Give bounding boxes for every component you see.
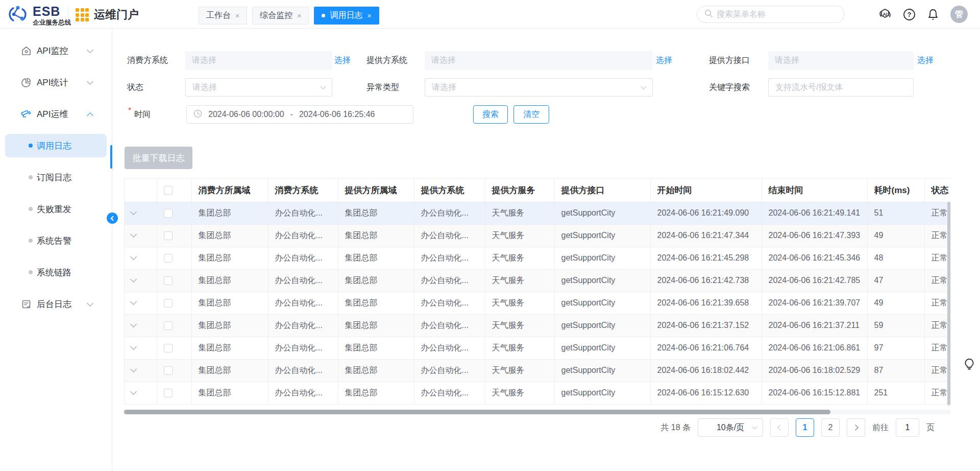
page-button-2[interactable]: 2 [821,418,840,437]
cell-provider-api: getSupportCity [554,292,650,314]
cell-consumer-domain: 集团总部 [191,292,268,314]
menu-search-box[interactable] [697,6,845,23]
table-header-row: 消费方所属域消费方系统提供方所属域提供方系统提供方服务提供方接口开始时间结束时间… [125,179,951,202]
notification-bell-icon[interactable] [926,8,940,21]
row-checkbox[interactable] [164,299,173,308]
prev-page-button[interactable] [770,418,789,437]
portal-grid-icon [76,8,89,21]
tab-close-icon[interactable]: × [297,12,301,20]
cell-consumer-domain: 集团总部 [191,202,268,224]
cell-provider-domain: 集团总部 [338,247,414,269]
cell-consumer-system: 办公自动化... [268,224,338,247]
row-expand-icon[interactable] [130,208,137,215]
tab-call-logs[interactable]: 调用日志 × [314,7,379,25]
provider-api-select-link[interactable]: 选择 [917,55,934,66]
page-size-select[interactable]: 10条/页 [698,418,763,437]
row-expand-icon[interactable] [130,321,137,327]
table-row[interactable]: 集团总部办公自动化...集团总部办公自动化...天气服务getSupportCi… [125,202,951,224]
tab-monitoring[interactable]: 综合监控 × [252,7,309,25]
search-button[interactable]: 搜索 [473,105,508,124]
time-range-picker[interactable]: 2024-06-06 00:00:00 - 2024-06-06 16:25:4… [186,105,413,124]
table-row[interactable]: 集团总部办公自动化...集团总部办公自动化...天气服务getSupportCi… [125,359,951,382]
cell-consumer-domain: 集团总部 [191,314,268,337]
select-all-checkbox[interactable] [164,186,173,195]
sidebar-item-api-monitor[interactable]: API监控 [5,39,107,62]
total-count: 共 18 条 [660,422,691,433]
sidebar-item-api-ops[interactable]: API运维 [5,102,107,126]
row-expand-icon[interactable] [130,343,137,350]
chevron-down-icon [87,46,93,53]
user-avatar[interactable]: 管 [950,6,968,23]
cell-provider-system: 办公自动化... [414,247,485,269]
row-checkbox[interactable] [164,276,173,285]
cell-consumer-domain: 集团总部 [191,247,268,269]
cell-cost-ms: 251 [867,382,924,404]
table-row[interactable]: 集团总部办公自动化...集团总部办公自动化...天气服务getSupportCi… [125,314,951,337]
batch-download-button[interactable]: 批量下载日志 [125,147,192,169]
help-icon[interactable]: ? [902,8,916,21]
sidebar-subitem-system-alerts[interactable]: 系统告警 [5,229,107,252]
menu-search-input[interactable] [717,10,837,19]
tab-close-icon[interactable]: × [235,12,239,20]
cell-provider-domain: 集团总部 [338,382,414,404]
tab-workbench[interactable]: 工作台 × [199,7,247,25]
row-checkbox[interactable] [164,389,173,397]
provider-system-select-link[interactable]: 选择 [656,55,672,66]
horizontal-scroll-thumb[interactable] [124,410,830,414]
row-expand-icon[interactable] [130,388,137,395]
table-row[interactable]: 集团总部办公自动化...集团总部办公自动化...天气服务getSupportCi… [125,224,951,247]
next-page-button[interactable] [847,418,865,437]
search-icon [704,9,713,20]
field-placeholder: 请选择 [432,82,456,93]
row-expand-icon[interactable] [130,366,137,372]
table-body: 集团总部办公自动化...集团总部办公自动化...天气服务getSupportCi… [125,202,951,404]
row-checkbox[interactable] [164,366,173,375]
table-row[interactable]: 集团总部办公自动化...集团总部办公自动化...天气服务getSupportCi… [125,382,951,404]
table-row[interactable]: 集团总部办公自动化...集团总部办公自动化...天气服务getSupportCi… [125,247,951,269]
table-row[interactable]: 集团总部办公自动化...集团总部办公自动化...天气服务getSupportCi… [125,337,951,359]
tab-close-icon[interactable]: × [367,12,371,20]
keyword-input[interactable]: 支持流水号/报文体 [768,78,914,97]
consumer-system-field[interactable]: 请选择 [185,51,332,70]
brand-name: ESB [33,5,71,18]
clear-button[interactable]: 清空 [513,105,549,124]
sidebar-subitem-fail-resend[interactable]: 失败重发 [5,197,107,221]
row-checkbox[interactable] [164,231,173,240]
cell-consumer-domain: 集团总部 [191,269,268,292]
row-expand-icon[interactable] [130,276,137,282]
cell-provider-api: getSupportCity [554,224,650,247]
sidebar-item-api-stats[interactable]: API统计 [5,70,107,94]
sidebar-subitem-subscribe-logs[interactable]: 订阅日志 [5,166,107,189]
cell-provider-domain: 集团总部 [338,359,414,382]
exception-type-select[interactable]: 请选择 [425,78,653,97]
field-placeholder: 请选择 [775,55,799,66]
lightbulb-icon[interactable] [963,358,976,374]
row-expand-icon[interactable] [130,253,137,260]
cell-start-time: 2024-06-06 16:21:06.764 [650,337,762,359]
cell-end-time: 2024-06-06 16:18:02.529 [762,359,867,382]
row-expand-icon[interactable] [130,298,137,305]
cell-consumer-system: 办公自动化... [268,382,338,404]
sidebar-collapse-button[interactable] [107,213,118,224]
ai-assistant-icon[interactable]: AI [878,8,892,21]
table-row[interactable]: 集团总部办公自动化...集团总部办公自动化...天气服务getSupportCi… [125,269,951,292]
sidebar-subitem-system-links[interactable]: 系统链路 [5,261,107,284]
provider-api-field[interactable]: 请选择 [768,51,914,70]
table-row[interactable]: 集团总部办公自动化...集团总部办公自动化...天气服务getSupportCi… [125,292,951,314]
page-button-1[interactable]: 1 [796,418,814,437]
row-checkbox[interactable] [164,209,173,218]
svg-text:?: ? [907,11,911,18]
goto-page-input[interactable] [896,418,919,437]
cell-start-time: 2024-06-06 16:18:02.442 [650,359,762,382]
sidebar-item-backend-logs[interactable]: 后台日志 [5,292,107,316]
row-checkbox[interactable] [164,321,173,330]
row-expand-icon[interactable] [130,231,137,238]
row-checkbox[interactable] [164,344,173,352]
column-header: 消费方所属域 [191,179,268,202]
status-select[interactable]: 请选择 [185,78,332,97]
provider-system-field[interactable]: 请选择 [425,51,653,70]
vertical-scroll-thumb[interactable] [947,202,950,405]
consumer-system-select-link[interactable]: 选择 [334,55,351,66]
row-checkbox[interactable] [164,254,173,263]
sidebar-subitem-call-logs[interactable]: 调用日志 [5,134,107,157]
